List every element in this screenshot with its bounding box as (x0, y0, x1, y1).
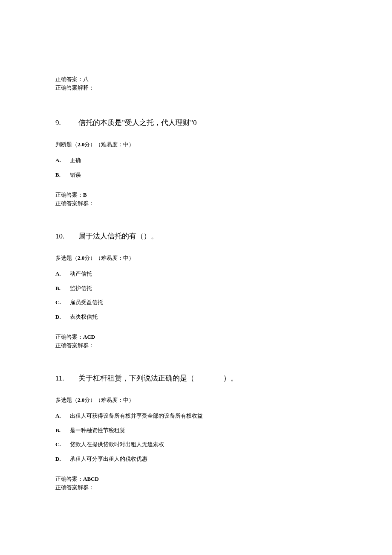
question-10-number: 10. (55, 231, 77, 242)
question-11-title: 11. 关于杠杆租赁，下列说法正确的是（ ）。 (55, 373, 337, 384)
question-10-meta: 多选题（2.0分）（难易度：中） (55, 254, 337, 262)
option-text: 雇员受益信托 (70, 298, 337, 307)
option-row: D. 表决权信托 (55, 313, 337, 321)
answer-value: ACD (83, 334, 95, 340)
question-11-text: 关于杠杆租赁，下列说法正确的是（ ）。 (78, 374, 238, 382)
option-letter: A. (55, 412, 70, 420)
question-10-type: 多选题（ (55, 255, 78, 261)
option-row: A. 出租人可获得设备所有权并享受全部的设备所有权收益 (55, 412, 337, 420)
question-11: 11. 关于杠杆租赁，下列说法正确的是（ ）。 多选题（2.0分）（难易度：中）… (55, 373, 337, 491)
answer-label: 正确答案： (55, 334, 83, 340)
question-9-number: 9. (55, 117, 77, 128)
option-row: A. 正确 (55, 156, 337, 165)
answer-line: 正确答案：ABCD (55, 475, 337, 483)
option-text: 表决权信托 (70, 313, 337, 321)
question-10-points: 2.0 (78, 255, 84, 261)
option-text: 是一种融资性节税租赁 (70, 426, 337, 435)
option-row: B. 监护信托 (55, 284, 337, 293)
answer-label: 正确答案： (55, 476, 83, 482)
prev-answer-line: 正确答案：八 (55, 75, 337, 84)
option-text: 承租人可分享出租人的税收优惠 (70, 455, 337, 463)
explanation-line: 正确答案解群： (55, 341, 337, 350)
option-letter: B. (55, 426, 70, 435)
prev-answer-label: 正确答案： (55, 76, 83, 82)
question-9-title: 9. 信托的本质是"受人之托，代人理财"0 (55, 117, 337, 128)
option-row: A. 动产信托 (55, 270, 337, 278)
explanation-line: 正确答案解群： (55, 199, 337, 208)
answer-label: 正确答案： (55, 192, 83, 198)
option-text: 监护信托 (70, 284, 337, 293)
question-10-answer: 正确答案：ACD 正确答案解群： (55, 333, 337, 349)
question-9-points: 2.0 (78, 141, 84, 148)
option-text: 贷款人在提供贷款时对出租人无追索权 (70, 440, 337, 449)
answer-line: 正确答案：B (55, 191, 337, 199)
option-letter: C. (55, 440, 70, 449)
question-9-points-after: 分）（难易度：中） (84, 141, 134, 148)
question-10-points-after: 分）（难易度：中） (84, 255, 134, 261)
answer-value: ABCD (83, 476, 99, 482)
option-letter: D. (55, 313, 70, 321)
option-letter: D. (55, 455, 70, 463)
option-letter: C. (55, 298, 70, 307)
option-row: C. 贷款人在提供贷款时对出租人无追索权 (55, 440, 337, 449)
option-row: D. 承租人可分享出租人的税收优惠 (55, 455, 337, 463)
option-row: C. 雇员受益信托 (55, 298, 337, 307)
question-11-options: A. 出租人可获得设备所有权并享受全部的设备所有权收益 B. 是一种融资性节税租… (55, 412, 337, 463)
explanation-line: 正确答案解群： (55, 483, 337, 492)
option-text: 出租人可获得设备所有权并享受全部的设备所有权收益 (70, 412, 337, 420)
answer-value: B (83, 192, 87, 198)
option-row: B. 是一种融资性节税租赁 (55, 426, 337, 435)
question-11-answer: 正确答案：ABCD 正确答案解群： (55, 475, 337, 491)
question-10-text: 属于法人信托的有（）。 (78, 232, 158, 240)
question-9-text: 信托的本质是"受人之托，代人理财"0 (78, 119, 196, 127)
question-9-type: 判断题（ (55, 141, 78, 148)
question-10: 10. 属于法人信托的有（）。 多选题（2.0分）（难易度：中） A. 动产信托… (55, 231, 337, 349)
question-9-options: A. 正确 B. 错误 (55, 156, 337, 179)
prev-explanation-line: 正确答案解释： (55, 84, 337, 92)
question-9-meta: 判断题（2.0分）（难易度：中） (55, 140, 337, 149)
question-9-answer: 正确答案：B 正确答案解群： (55, 191, 337, 207)
option-letter: A. (55, 270, 70, 278)
question-11-points: 2.0 (78, 397, 84, 403)
question-10-options: A. 动产信托 B. 监护信托 C. 雇员受益信托 D. 表决权信托 (55, 270, 337, 321)
option-row: B. 错误 (55, 171, 337, 179)
question-10-title: 10. 属于法人信托的有（）。 (55, 231, 337, 242)
option-text: 错误 (70, 171, 337, 179)
question-9: 9. 信托的本质是"受人之托，代人理财"0 判断题（2.0分）（难易度：中） A… (55, 117, 337, 207)
question-11-number: 11. (55, 373, 77, 384)
prev-answer-value: 八 (83, 76, 89, 82)
option-text: 正确 (70, 156, 337, 165)
question-11-points-after: 分）（难易度：中） (84, 397, 134, 403)
option-letter: A. (55, 156, 70, 165)
question-11-meta: 多选题（2.0分）（难易度：中） (55, 396, 337, 404)
option-letter: B. (55, 284, 70, 293)
answer-line: 正确答案：ACD (55, 333, 337, 341)
option-letter: B. (55, 171, 70, 179)
question-11-type: 多选题（ (55, 397, 78, 403)
prev-answer-block: 正确答案：八 正确答案解释： (55, 75, 337, 92)
option-text: 动产信托 (70, 270, 337, 278)
